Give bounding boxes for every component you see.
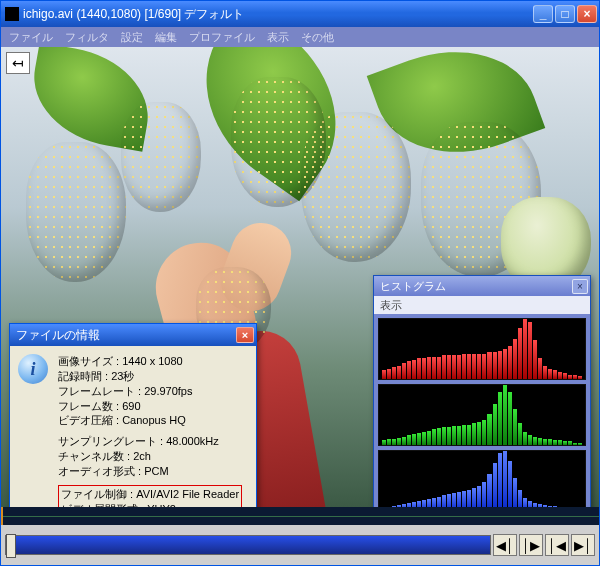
- timeline-cursor[interactable]: [1, 507, 3, 525]
- maximize-button[interactable]: □: [555, 5, 575, 23]
- histogram-menu[interactable]: 表示: [374, 296, 590, 314]
- prev-frame-button[interactable]: ◀│: [493, 534, 517, 556]
- close-button[interactable]: ×: [577, 5, 597, 23]
- histogram-green: [378, 384, 586, 446]
- menu-edit[interactable]: 編集: [155, 30, 177, 45]
- menu-view[interactable]: 表示: [267, 30, 289, 45]
- first-frame-button[interactable]: │◀: [545, 534, 569, 556]
- back-button[interactable]: ↤: [6, 52, 30, 74]
- menu-other[interactable]: その他: [301, 30, 334, 45]
- titlebar[interactable]: ichigo.avi (1440,1080) [1/690] デフォルト _ □…: [1, 1, 599, 27]
- menu-settings[interactable]: 設定: [121, 30, 143, 45]
- histogram-panel: ヒストグラム × 表示: [373, 275, 591, 507]
- file-info-highlight: ファイル制御 : AVI/AVI2 File Reader ビデオ展開形式 : …: [58, 485, 242, 507]
- seek-bar[interactable]: [5, 535, 491, 555]
- file-info-titlebar[interactable]: ファイルの情報 ×: [10, 324, 256, 346]
- file-info-title: ファイルの情報: [16, 327, 236, 344]
- histogram-red: [378, 318, 586, 380]
- seek-thumb[interactable]: [6, 534, 16, 558]
- file-info-dialog: ファイルの情報 × i 画像サイズ : 1440 x 1080 記録時間 : 2…: [9, 323, 257, 507]
- video-preview: ↤ ファイルの情報 × i 画像サイズ : 1440 x 1080 記録時間 :…: [1, 47, 599, 507]
- next-frame-button[interactable]: │▶: [519, 534, 543, 556]
- histogram-title: ヒストグラム: [380, 279, 572, 294]
- last-frame-button[interactable]: ▶│: [571, 534, 595, 556]
- minimize-button[interactable]: _: [533, 5, 553, 23]
- menubar: ファイル フィルタ 設定 編集 プロファイル 表示 その他: [1, 27, 599, 47]
- menu-file[interactable]: ファイル: [9, 30, 53, 45]
- file-info-text: 画像サイズ : 1440 x 1080 記録時間 : 23秒 フレームレート :…: [58, 354, 242, 507]
- back-icon: ↤: [12, 55, 24, 71]
- playback-controls: ◀│ │▶ │◀ ▶│: [1, 525, 599, 565]
- file-info-close-button[interactable]: ×: [236, 327, 254, 343]
- histogram-blue: [378, 450, 586, 507]
- menu-profile[interactable]: プロファイル: [189, 30, 255, 45]
- app-icon: [5, 7, 19, 21]
- window-title: ichigo.avi (1440,1080) [1/690] デフォルト: [23, 6, 533, 23]
- timeline[interactable]: [1, 507, 599, 525]
- app-window: ichigo.avi (1440,1080) [1/690] デフォルト _ □…: [0, 0, 600, 566]
- histogram-close-button[interactable]: ×: [572, 279, 588, 294]
- info-icon: i: [18, 354, 48, 384]
- menu-filter[interactable]: フィルタ: [65, 30, 109, 45]
- histogram-titlebar[interactable]: ヒストグラム ×: [374, 276, 590, 296]
